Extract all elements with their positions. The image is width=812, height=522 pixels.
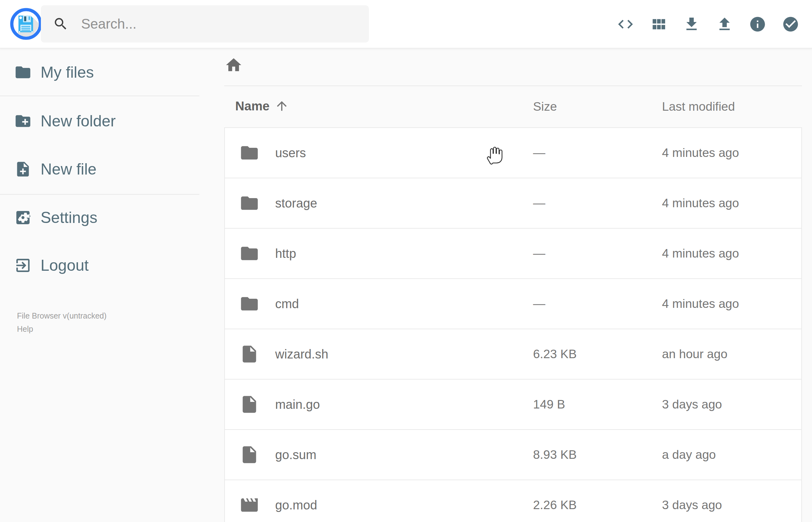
sidebar-item-logout[interactable]: Logout (0, 249, 199, 282)
home-icon (225, 56, 243, 74)
file-modified: 3 days ago (662, 398, 722, 411)
search-placeholder: Search... (81, 16, 137, 32)
file-row[interactable]: go.mod 2.26 KB 3 days ago (224, 480, 802, 522)
file-modified: 4 minutes ago (662, 146, 739, 160)
file-size: 8.93 KB (533, 448, 577, 462)
file-row[interactable]: storage — 4 minutes ago (224, 178, 802, 228)
column-header-name[interactable]: Name (235, 99, 289, 113)
file-modified: 4 minutes ago (662, 246, 739, 260)
sidebar-item-new-file[interactable]: New file (0, 153, 199, 185)
folder-icon (239, 143, 260, 163)
view-mode-button[interactable] (642, 6, 675, 42)
code-icon (617, 15, 634, 33)
file-row[interactable]: http — 4 minutes ago (224, 228, 802, 279)
code-view-button[interactable] (609, 6, 642, 42)
sort-ascending-icon (275, 99, 289, 113)
movie-icon (239, 495, 260, 515)
sidebar-divider (0, 96, 199, 96)
check-circle-icon (782, 15, 799, 33)
select-button[interactable] (774, 6, 807, 42)
settings-icon (14, 209, 32, 226)
topbar-actions (609, 0, 807, 48)
sidebar-item-label: My files (41, 63, 94, 81)
grid-view-icon (650, 15, 667, 33)
sidebar-divider (0, 194, 199, 195)
folder-icon (14, 63, 32, 81)
file-row[interactable]: main.go 149 B 3 days ago (224, 379, 802, 430)
search-input[interactable]: Search... (41, 5, 369, 42)
sidebar-item-label: Logout (41, 256, 89, 275)
file-row[interactable]: go.sum 8.93 KB a day ago (224, 429, 802, 480)
file-size: 149 B (533, 398, 565, 411)
info-icon (749, 15, 766, 33)
listing-header: Name Size Last modified (0, 99, 812, 118)
folder-icon (239, 243, 260, 263)
file-size: — (533, 146, 545, 160)
file-modified: an hour ago (662, 347, 727, 361)
column-header-size[interactable]: Size (533, 100, 557, 114)
download-icon (683, 15, 701, 33)
file-icon (239, 394, 260, 415)
file-modified: 4 minutes ago (662, 297, 739, 311)
sidebar-item-my-files[interactable]: My files (0, 56, 199, 89)
upload-icon (716, 15, 733, 33)
file-name: go.mod (275, 498, 317, 512)
file-list: users — 4 minutes ago storage — 4 minute… (224, 127, 802, 522)
sidebar-item-label: Settings (41, 208, 98, 227)
file-icon (239, 445, 260, 465)
folder-icon (239, 294, 260, 314)
sidebar: My files New folder New file Settings Lo… (0, 48, 199, 522)
file-row[interactable]: cmd — 4 minutes ago (224, 278, 802, 329)
file-name: users (275, 146, 306, 160)
help-link[interactable]: Help (17, 323, 33, 335)
file-size: — (533, 246, 545, 260)
logout-icon (14, 257, 32, 274)
file-name: cmd (275, 297, 299, 311)
app-version-text: File Browser v(untracked) (17, 311, 107, 320)
note-add-icon (14, 160, 32, 178)
upload-button[interactable] (708, 6, 741, 42)
file-row[interactable]: wizard.sh 6.23 KB an hour ago (224, 328, 802, 380)
file-modified: 4 minutes ago (662, 196, 739, 210)
floppy-disk-logo-icon (9, 7, 43, 41)
file-name: go.sum (275, 448, 317, 462)
column-header-name-label: Name (235, 99, 269, 113)
sidebar-footer: File Browser v(untracked) Help (17, 310, 107, 335)
file-modified: 3 days ago (662, 498, 722, 512)
sidebar-item-settings[interactable]: Settings (0, 201, 199, 234)
file-size: 6.23 KB (533, 347, 577, 361)
file-modified: a day ago (662, 448, 716, 462)
file-size: — (533, 297, 545, 311)
search-icon (53, 16, 68, 32)
file-size: — (533, 196, 545, 210)
breadcrumb-divider (224, 85, 802, 86)
download-button[interactable] (675, 6, 708, 42)
file-name: http (275, 246, 296, 261)
column-header-modified[interactable]: Last modified (662, 100, 735, 114)
folder-icon (239, 193, 260, 213)
file-name: wizard.sh (275, 347, 328, 361)
file-name: main.go (275, 398, 320, 411)
breadcrumb-home-button[interactable] (225, 56, 243, 74)
file-icon (239, 344, 260, 364)
app-logo[interactable] (9, 7, 43, 41)
sidebar-item-label: New file (41, 160, 97, 178)
file-size: 2.26 KB (533, 498, 577, 512)
topbar: Search... (0, 0, 812, 48)
file-name: storage (275, 196, 317, 210)
info-button[interactable] (741, 6, 774, 42)
file-row[interactable]: users — 4 minutes ago (224, 127, 802, 178)
